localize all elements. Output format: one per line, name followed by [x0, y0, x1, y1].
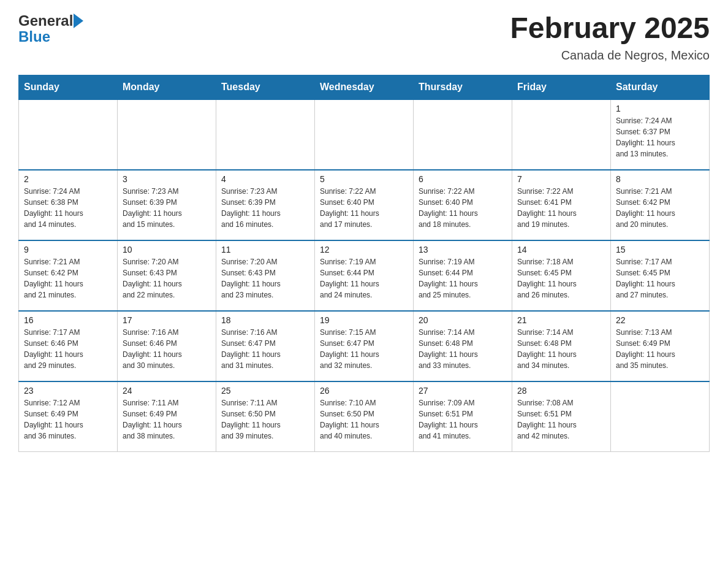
calendar-cell: 13Sunrise: 7:19 AM Sunset: 6:44 PM Dayli… — [414, 240, 512, 311]
calendar-week-row: 1Sunrise: 7:24 AM Sunset: 6:37 PM Daylig… — [19, 99, 710, 170]
day-number: 8 — [616, 174, 704, 184]
day-info: Sunrise: 7:14 AM Sunset: 6:48 PM Dayligh… — [419, 327, 507, 371]
calendar-cell: 23Sunrise: 7:12 AM Sunset: 6:49 PM Dayli… — [19, 381, 118, 452]
day-number: 23 — [24, 386, 112, 396]
weekday-header-wednesday: Wednesday — [315, 75, 414, 99]
logo: General Blue — [18, 12, 83, 45]
calendar-cell: 5Sunrise: 7:22 AM Sunset: 6:40 PM Daylig… — [315, 170, 414, 240]
day-info: Sunrise: 7:08 AM Sunset: 6:51 PM Dayligh… — [517, 397, 605, 442]
day-info: Sunrise: 7:22 AM Sunset: 6:41 PM Dayligh… — [517, 186, 605, 230]
logo-blue-text: Blue — [18, 28, 50, 45]
calendar-cell — [512, 99, 611, 170]
calendar-cell: 19Sunrise: 7:15 AM Sunset: 6:47 PM Dayli… — [315, 311, 414, 381]
day-info: Sunrise: 7:10 AM Sunset: 6:50 PM Dayligh… — [320, 397, 408, 442]
calendar-week-row: 2Sunrise: 7:24 AM Sunset: 6:38 PM Daylig… — [19, 170, 710, 240]
day-number: 14 — [517, 245, 605, 255]
title-section: February 2025 Canada de Negros, Mexico — [510, 12, 710, 63]
day-info: Sunrise: 7:22 AM Sunset: 6:40 PM Dayligh… — [419, 186, 507, 230]
calendar-cell: 3Sunrise: 7:23 AM Sunset: 6:39 PM Daylig… — [118, 170, 216, 240]
calendar-week-row: 16Sunrise: 7:17 AM Sunset: 6:46 PM Dayli… — [19, 311, 710, 381]
day-number: 22 — [616, 315, 704, 325]
day-info: Sunrise: 7:17 AM Sunset: 6:46 PM Dayligh… — [24, 327, 112, 371]
day-info: Sunrise: 7:11 AM Sunset: 6:49 PM Dayligh… — [123, 397, 211, 442]
calendar-cell: 2Sunrise: 7:24 AM Sunset: 6:38 PM Daylig… — [19, 170, 118, 240]
day-info: Sunrise: 7:11 AM Sunset: 6:50 PM Dayligh… — [221, 397, 309, 442]
day-number: 6 — [419, 174, 507, 184]
calendar-week-row: 23Sunrise: 7:12 AM Sunset: 6:49 PM Dayli… — [19, 381, 710, 452]
day-number: 7 — [517, 174, 605, 184]
day-number: 18 — [221, 315, 309, 325]
day-info: Sunrise: 7:12 AM Sunset: 6:49 PM Dayligh… — [24, 397, 112, 442]
day-info: Sunrise: 7:19 AM Sunset: 6:44 PM Dayligh… — [320, 256, 408, 301]
day-number: 10 — [123, 245, 211, 255]
calendar-cell: 14Sunrise: 7:18 AM Sunset: 6:45 PM Dayli… — [512, 240, 611, 311]
day-number: 1 — [616, 104, 704, 113]
calendar-cell: 26Sunrise: 7:10 AM Sunset: 6:50 PM Dayli… — [315, 381, 414, 452]
day-number: 12 — [320, 245, 408, 255]
calendar-cell: 11Sunrise: 7:20 AM Sunset: 6:43 PM Dayli… — [216, 240, 315, 311]
calendar-cell — [19, 99, 118, 170]
calendar-cell: 24Sunrise: 7:11 AM Sunset: 6:49 PM Dayli… — [118, 381, 216, 452]
weekday-header-thursday: Thursday — [414, 75, 512, 99]
day-info: Sunrise: 7:22 AM Sunset: 6:40 PM Dayligh… — [320, 186, 408, 230]
day-number: 21 — [517, 315, 605, 325]
weekday-header-sunday: Sunday — [19, 75, 118, 99]
day-info: Sunrise: 7:19 AM Sunset: 6:44 PM Dayligh… — [419, 256, 507, 301]
day-number: 5 — [320, 174, 408, 184]
day-number: 27 — [419, 386, 507, 396]
calendar-cell — [315, 99, 414, 170]
day-number: 9 — [24, 245, 112, 255]
calendar-cell: 1Sunrise: 7:24 AM Sunset: 6:37 PM Daylig… — [611, 99, 710, 170]
day-number: 24 — [123, 386, 211, 396]
day-number: 13 — [419, 245, 507, 255]
weekday-header-monday: Monday — [118, 75, 216, 99]
calendar-cell: 27Sunrise: 7:09 AM Sunset: 6:51 PM Dayli… — [414, 381, 512, 452]
day-number: 20 — [419, 315, 507, 325]
day-info: Sunrise: 7:21 AM Sunset: 6:42 PM Dayligh… — [616, 186, 704, 230]
calendar-cell: 22Sunrise: 7:13 AM Sunset: 6:49 PM Dayli… — [611, 311, 710, 381]
day-info: Sunrise: 7:15 AM Sunset: 6:47 PM Dayligh… — [320, 327, 408, 371]
calendar-cell: 6Sunrise: 7:22 AM Sunset: 6:40 PM Daylig… — [414, 170, 512, 240]
day-number: 15 — [616, 245, 704, 255]
calendar-cell: 7Sunrise: 7:22 AM Sunset: 6:41 PM Daylig… — [512, 170, 611, 240]
weekday-header-friday: Friday — [512, 75, 611, 99]
calendar-cell: 15Sunrise: 7:17 AM Sunset: 6:45 PM Dayli… — [611, 240, 710, 311]
day-number: 25 — [221, 386, 309, 396]
day-info: Sunrise: 7:16 AM Sunset: 6:47 PM Dayligh… — [221, 327, 309, 371]
day-info: Sunrise: 7:13 AM Sunset: 6:49 PM Dayligh… — [616, 327, 704, 371]
weekday-header-saturday: Saturday — [611, 75, 710, 99]
calendar-cell: 28Sunrise: 7:08 AM Sunset: 6:51 PM Dayli… — [512, 381, 611, 452]
day-info: Sunrise: 7:17 AM Sunset: 6:45 PM Dayligh… — [616, 256, 704, 301]
day-info: Sunrise: 7:21 AM Sunset: 6:42 PM Dayligh… — [24, 256, 112, 301]
calendar-cell — [414, 99, 512, 170]
day-number: 11 — [221, 245, 309, 255]
day-info: Sunrise: 7:24 AM Sunset: 6:38 PM Dayligh… — [24, 186, 112, 230]
calendar-cell: 17Sunrise: 7:16 AM Sunset: 6:46 PM Dayli… — [118, 311, 216, 381]
logo-arrow-icon — [74, 13, 83, 28]
calendar-cell: 9Sunrise: 7:21 AM Sunset: 6:42 PM Daylig… — [19, 240, 118, 311]
calendar-cell: 20Sunrise: 7:14 AM Sunset: 6:48 PM Dayli… — [414, 311, 512, 381]
calendar-cell — [216, 99, 315, 170]
day-number: 19 — [320, 315, 408, 325]
day-number: 16 — [24, 315, 112, 325]
calendar-cell: 25Sunrise: 7:11 AM Sunset: 6:50 PM Dayli… — [216, 381, 315, 452]
location-subtitle: Canada de Negros, Mexico — [510, 48, 710, 63]
calendar-week-row: 9Sunrise: 7:21 AM Sunset: 6:42 PM Daylig… — [19, 240, 710, 311]
calendar-cell: 10Sunrise: 7:20 AM Sunset: 6:43 PM Dayli… — [118, 240, 216, 311]
day-info: Sunrise: 7:18 AM Sunset: 6:45 PM Dayligh… — [517, 256, 605, 301]
month-title: February 2025 — [510, 12, 710, 45]
page-header: General Blue February 2025 Canada de Neg… — [18, 12, 710, 63]
day-number: 17 — [123, 315, 211, 325]
logo-general-text: General — [18, 12, 73, 29]
day-info: Sunrise: 7:24 AM Sunset: 6:37 PM Dayligh… — [616, 115, 704, 159]
day-number: 4 — [221, 174, 309, 184]
day-info: Sunrise: 7:20 AM Sunset: 6:43 PM Dayligh… — [123, 256, 211, 301]
day-info: Sunrise: 7:16 AM Sunset: 6:46 PM Dayligh… — [123, 327, 211, 371]
calendar-cell: 4Sunrise: 7:23 AM Sunset: 6:39 PM Daylig… — [216, 170, 315, 240]
day-number: 2 — [24, 174, 112, 184]
day-info: Sunrise: 7:23 AM Sunset: 6:39 PM Dayligh… — [221, 186, 309, 230]
day-info: Sunrise: 7:09 AM Sunset: 6:51 PM Dayligh… — [419, 397, 507, 442]
day-number: 28 — [517, 386, 605, 396]
calendar-cell — [118, 99, 216, 170]
day-info: Sunrise: 7:20 AM Sunset: 6:43 PM Dayligh… — [221, 256, 309, 301]
